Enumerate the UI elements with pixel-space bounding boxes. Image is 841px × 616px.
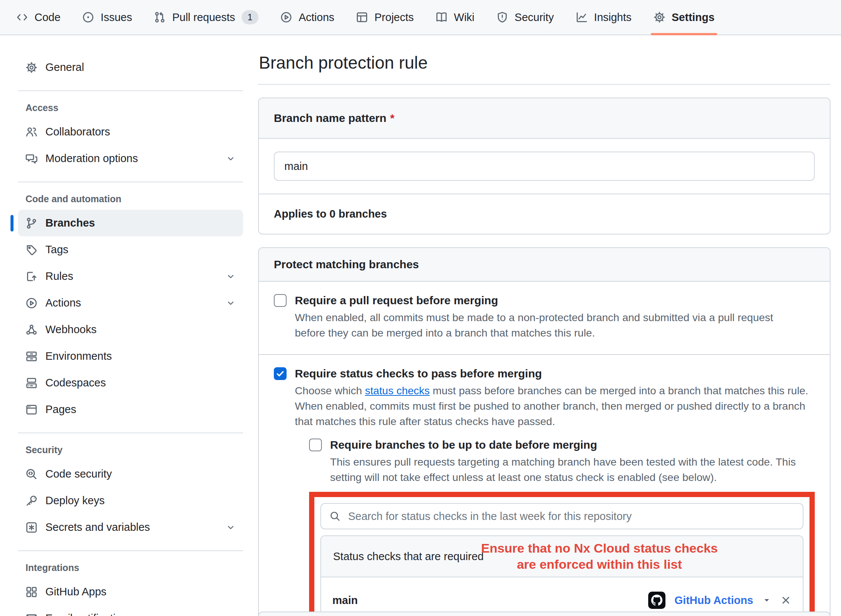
codespaces-icon bbox=[26, 377, 38, 389]
sidebar-item-github-apps[interactable]: GitHub Apps bbox=[18, 578, 243, 605]
tab-label: Insights bbox=[594, 11, 632, 24]
sidebar-item-tags[interactable]: Tags bbox=[18, 236, 243, 263]
tab-security[interactable]: Security bbox=[485, 0, 565, 35]
option-title: Require status checks to pass before mer… bbox=[295, 366, 815, 381]
tab-insights[interactable]: Insights bbox=[565, 0, 643, 35]
book-icon bbox=[436, 11, 448, 23]
annotation-line-2: are enforced within this list bbox=[359, 556, 803, 572]
sidebar-item-label: GitHub Apps bbox=[45, 586, 107, 598]
applies-to-branches-text: Applies to 0 branches bbox=[259, 194, 830, 234]
sidebar-item-branches[interactable]: Branches bbox=[18, 210, 243, 236]
sidebar-divider bbox=[18, 550, 243, 551]
annotation-highlight-box: Status checks that are required Ensure t… bbox=[309, 492, 815, 616]
sidebar-item-deploy-keys[interactable]: Deploy keys bbox=[18, 487, 243, 514]
sidebar-section-code-automation: Code and automation bbox=[26, 194, 243, 204]
chevron-down-icon bbox=[226, 154, 236, 164]
require-pull-request-checkbox[interactable] bbox=[274, 294, 287, 307]
required-status-checks-header: Status checks that are required Ensure t… bbox=[321, 536, 803, 577]
sidebar-item-moderation-options[interactable]: Moderation options bbox=[18, 145, 243, 172]
remove-status-check-icon[interactable] bbox=[780, 595, 791, 606]
github-actions-avatar bbox=[648, 592, 665, 609]
required-status-checks-card: Status checks that are required Ensure t… bbox=[320, 535, 803, 616]
sidebar-item-label: Secrets and variables bbox=[45, 521, 150, 533]
tab-projects[interactable]: Projects bbox=[345, 0, 425, 35]
sidebar-item-label: Deploy keys bbox=[45, 494, 105, 507]
page-title: Branch protection rule bbox=[259, 53, 830, 73]
code-icon bbox=[16, 11, 28, 23]
sidebar-item-label: Tags bbox=[45, 243, 68, 256]
option-title: Require a pull request before merging bbox=[295, 293, 815, 308]
sidebar-item-secrets-variables[interactable]: Secrets and variables bbox=[18, 514, 243, 541]
tab-label: Actions bbox=[299, 11, 334, 24]
tab-wiki[interactable]: Wiki bbox=[425, 0, 485, 35]
status-check-search-input[interactable] bbox=[347, 510, 799, 523]
tab-actions[interactable]: Actions bbox=[269, 0, 345, 35]
sidebar-item-general[interactable]: General bbox=[18, 54, 243, 81]
sidebar-section-integrations: Integrations bbox=[26, 562, 243, 573]
tab-pull-requests[interactable]: Pull requests 1 bbox=[143, 0, 269, 35]
annotation-text: Ensure that no Nx Cloud status checks ar… bbox=[359, 540, 803, 572]
title-divider bbox=[258, 84, 830, 85]
tab-label: Settings bbox=[672, 11, 715, 24]
require-status-checks-checkbox[interactable] bbox=[274, 367, 287, 380]
option-description: This ensures pull requests targeting a m… bbox=[330, 454, 815, 485]
sidebar-item-label: General bbox=[45, 61, 84, 74]
tab-label: Security bbox=[515, 11, 554, 24]
status-checks-link[interactable]: status checks bbox=[365, 385, 430, 397]
caret-down-icon[interactable] bbox=[762, 596, 771, 605]
description-text: Choose which bbox=[295, 385, 365, 397]
table-icon bbox=[356, 11, 368, 23]
sidebar-item-pages[interactable]: Pages bbox=[18, 396, 243, 423]
sidebar-divider bbox=[18, 90, 243, 91]
sidebar-section-access: Access bbox=[26, 102, 243, 113]
sidebar-item-label: Collaborators bbox=[45, 126, 110, 138]
sidebar-item-label: Actions bbox=[45, 297, 81, 309]
key-icon bbox=[26, 495, 38, 507]
sidebar-item-environments[interactable]: Environments bbox=[18, 343, 243, 370]
branch-name-pattern-input[interactable] bbox=[274, 152, 815, 181]
issue-opened-icon bbox=[82, 11, 94, 23]
sidebar-item-label: Email notifications bbox=[45, 612, 133, 616]
shield-icon bbox=[496, 11, 508, 23]
branch-protection-content: Branch protection rule Branch name patte… bbox=[248, 35, 841, 616]
tab-code[interactable]: Code bbox=[5, 0, 71, 35]
gear-icon bbox=[26, 62, 38, 74]
play-icon bbox=[280, 11, 292, 23]
github-actions-link[interactable]: GitHub Actions bbox=[674, 594, 753, 607]
branch-name-pattern-label: Branch name pattern bbox=[274, 112, 386, 124]
option-description: When enabled, all commits must be made t… bbox=[295, 310, 797, 341]
chevron-down-icon bbox=[226, 523, 236, 532]
sidebar-item-collaborators[interactable]: Collaborators bbox=[18, 119, 243, 145]
branch-name-pattern-header: Branch name pattern* bbox=[259, 98, 830, 139]
tab-label: Issues bbox=[101, 11, 132, 24]
sidebar-item-webhooks[interactable]: Webhooks bbox=[18, 316, 243, 343]
repo-nav: Code Issues Pull requests 1 Actions Proj… bbox=[0, 0, 841, 35]
option-title: Require branches to be up to date before… bbox=[330, 437, 815, 452]
require-status-checks-row: Require status checks to pass before mer… bbox=[259, 355, 830, 616]
branch-name-input-row bbox=[259, 139, 830, 194]
mail-icon bbox=[26, 613, 38, 616]
protect-matching-branches-header: Protect matching branches bbox=[259, 248, 830, 282]
tag-icon bbox=[26, 244, 38, 256]
apps-icon bbox=[26, 586, 38, 598]
sidebar-item-label: Pages bbox=[45, 403, 76, 416]
code-scan-icon bbox=[26, 468, 38, 480]
play-icon bbox=[26, 297, 38, 309]
tab-settings[interactable]: Settings bbox=[643, 0, 725, 35]
sidebar-item-label: Rules bbox=[45, 270, 73, 282]
sidebar-item-email-notifications[interactable]: Email notifications bbox=[18, 605, 243, 616]
sidebar-item-code-security[interactable]: Code security bbox=[18, 461, 243, 487]
search-icon bbox=[329, 511, 341, 522]
sidebar-item-codespaces[interactable]: Codespaces bbox=[18, 370, 243, 396]
sidebar-item-label: Webhooks bbox=[45, 323, 97, 336]
tab-issues[interactable]: Issues bbox=[71, 0, 143, 35]
required-asterisk: * bbox=[390, 112, 395, 124]
require-up-to-date-checkbox[interactable] bbox=[309, 439, 322, 451]
sidebar-section-security: Security bbox=[26, 445, 243, 455]
option-description: Choose which status checks must pass bef… bbox=[295, 383, 815, 429]
protect-matching-branches-card: Protect matching branches Require a pull… bbox=[258, 247, 830, 616]
tab-label: Code bbox=[35, 11, 60, 24]
sidebar-item-rules[interactable]: Rules bbox=[18, 263, 243, 290]
up-to-date-sub-option: Require branches to be up to date before… bbox=[309, 437, 815, 485]
sidebar-item-actions[interactable]: Actions bbox=[18, 290, 243, 316]
